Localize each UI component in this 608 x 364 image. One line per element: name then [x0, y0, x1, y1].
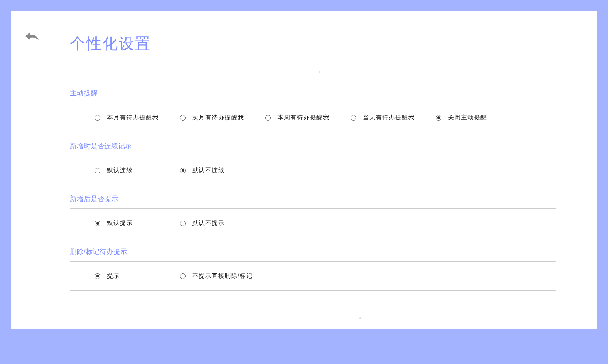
section-title: 主动提醒: [70, 89, 556, 98]
radio-icon: [180, 273, 186, 279]
radio-option-close[interactable]: 关闭主动提醒: [424, 112, 509, 123]
radio-icon: [180, 168, 186, 173]
radio-icon: [95, 115, 100, 121]
radio-option-week[interactable]: 本周有待办提醒我: [253, 112, 338, 123]
radio-option-not-continuous[interactable]: 默认不连续: [168, 165, 253, 176]
option-box: 提示 不提示直接删除/标记: [70, 261, 556, 291]
decorative-dot: [319, 71, 320, 73]
settings-panel: 个性化设置 主动提醒 本月有待办提醒我 次月有待办提醒我 本周有待办提醒我: [11, 11, 597, 329]
radio-icon: [95, 168, 100, 173]
radio-label: 默认不连续: [192, 167, 225, 174]
radio-icon: [95, 273, 100, 279]
option-box: 默认提示 默认不提示: [70, 208, 556, 238]
radio-icon: [351, 115, 356, 121]
radio-option-continuous[interactable]: 默认连续: [82, 165, 168, 176]
radio-label: 提示: [107, 272, 120, 280]
radio-option-no-prompt-direct[interactable]: 不提示直接删除/标记: [168, 271, 253, 282]
radio-label: 不提示直接删除/标记: [192, 272, 253, 280]
radio-icon: [436, 115, 441, 121]
radio-option-day[interactable]: 当天有待办提醒我: [338, 112, 424, 123]
radio-label: 本周有待办提醒我: [277, 114, 329, 121]
page-title: 个性化设置: [70, 33, 581, 54]
radio-label: 默认连续: [107, 167, 133, 174]
radio-icon: [180, 115, 186, 121]
section-title: 删除/标记待办提示: [70, 247, 556, 256]
radio-option-next-month[interactable]: 次月有待办提醒我: [168, 112, 253, 123]
radio-option-prompt[interactable]: 提示: [82, 271, 168, 282]
radio-label: 本月有待办提醒我: [107, 114, 159, 121]
decorative-dot: [359, 317, 361, 319]
section-continuous-record: 新增时是否连续记录 默认连续 默认不连续: [70, 141, 556, 185]
section-active-reminder: 主动提醒 本月有待办提醒我 次月有待办提醒我 本周有待办提醒我 当天有待办提醒我: [70, 89, 556, 132]
section-delete-mark-prompt: 删除/标记待办提示 提示 不提示直接删除/标记: [70, 247, 556, 291]
section-after-add-prompt: 新增后是否提示 默认提示 默认不提示: [70, 194, 556, 238]
back-icon[interactable]: [23, 31, 39, 43]
radio-label: 次月有待办提醒我: [192, 114, 244, 121]
option-box: 默认连续 默认不连续: [70, 156, 556, 185]
radio-icon: [180, 221, 186, 226]
radio-option-no-prompt[interactable]: 默认不提示: [168, 218, 253, 229]
radio-icon: [95, 221, 100, 226]
settings-content: 主动提醒 本月有待办提醒我 次月有待办提醒我 本周有待办提醒我 当天有待办提醒我: [70, 89, 556, 291]
radio-label: 当天有待办提醒我: [363, 114, 415, 121]
radio-label: 关闭主动提醒: [448, 114, 487, 121]
section-title: 新增时是否连续记录: [70, 141, 556, 151]
section-title: 新增后是否提示: [70, 194, 556, 204]
radio-icon: [265, 115, 271, 121]
option-box: 本月有待办提醒我 次月有待办提醒我 本周有待办提醒我 当天有待办提醒我 关闭主动…: [70, 103, 556, 132]
radio-label: 默认提示: [107, 219, 133, 227]
radio-option-prompt[interactable]: 默认提示: [82, 218, 168, 229]
radio-label: 默认不提示: [192, 219, 225, 227]
radio-option-month[interactable]: 本月有待办提醒我: [82, 112, 168, 123]
